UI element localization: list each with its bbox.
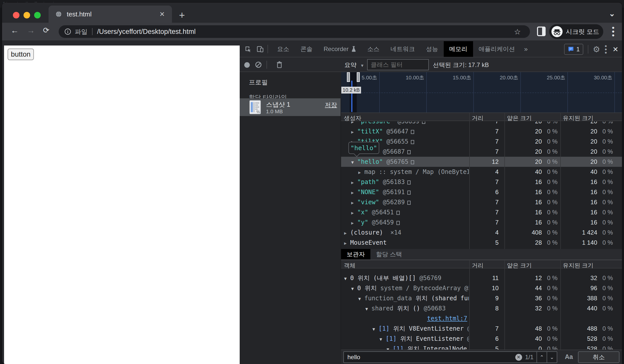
snapshot-list-item[interactable]: % 스냅샷 1 1.0 MB 저장 [240,98,341,116]
tab-close-icon[interactable]: ✕ [159,10,165,18]
reveal-object-icon[interactable] [407,180,411,185]
heap-object-row[interactable]: ▶"pressure" @566397200 %200 % [341,122,622,126]
column-separator[interactable] [469,113,470,249]
heap-object-row[interactable]: ▼"hello" @5676512200 %200 % [341,157,622,167]
heap-object-row[interactable]: ▶MouseEvent5280 %1 1400 % [341,238,622,248]
reveal-object-icon[interactable] [407,191,411,195]
column-separator[interactable] [560,113,561,249]
window-zoom-button[interactable] [34,12,41,18]
expander-arrow-icon[interactable]: ▼ [351,157,357,167]
reveal-object-icon[interactable] [407,201,411,205]
previous-match-button[interactable]: ⌃ [537,352,547,362]
devtools-tab-메모리[interactable]: 메모리 [444,41,473,57]
clear-search-icon[interactable]: ✕ [515,354,522,361]
column-separator[interactable] [560,260,561,350]
timeline-left-handle[interactable] [347,72,350,82]
expander-arrow-icon[interactable]: ▶ [351,188,357,197]
expander-arrow-icon[interactable]: ▼ [358,294,364,303]
heap-object-row[interactable]: ▶map :: system / Map (OneByteInte4400 %4… [341,167,622,177]
heap-object-row[interactable]: @566877200 %200 % [341,147,622,157]
devtools-tab-Recorder[interactable]: Recorder [318,41,362,57]
new-tab-button[interactable]: + [179,10,185,21]
issues-counter[interactable]: 1 [564,44,583,55]
record-button[interactable] [244,62,250,68]
retainers-tab-할당 스택[interactable]: 할당 스택 [370,249,408,259]
devtools-tab-콘솔[interactable]: 콘솔 [295,41,318,57]
column-header[interactable]: 얕은 크기 [507,114,532,122]
devtools-close-icon[interactable]: ✕ [613,45,618,54]
devtools-tab-네트워크[interactable]: 네트워크 [385,41,420,57]
more-tabs-icon[interactable]: » [521,45,531,53]
reveal-object-icon[interactable] [407,150,411,154]
heap-object-row[interactable]: ▶"tiltY" @566557200 %200 % [341,136,622,147]
heap-object-row[interactable]: ▼[1] 위치 V8EventListener @6537480 %4880 % [341,324,622,334]
heap-object-row[interactable]: ▼[1] 위치 InternalNode @6500 %5280 % [341,344,622,350]
expander-arrow-icon[interactable]: ▶ [344,228,350,238]
inspect-element-icon[interactable] [244,45,252,53]
expander-arrow-icon[interactable]: ▼ [365,304,371,313]
heap-object-row[interactable]: ▼[1] 위치 EventListener @6536400 %5280 % [341,334,622,344]
delete-profile-icon[interactable] [276,61,283,69]
browser-tab[interactable]: test.html ✕ [49,6,172,23]
column-header[interactable]: 생성자 [344,114,361,122]
expander-arrow-icon[interactable]: ▶ [351,177,357,187]
url-text[interactable]: /Users/yceffort/Desktop/test.html [97,28,196,36]
reveal-object-icon[interactable] [396,221,400,225]
settings-gear-icon[interactable]: ⚙ [593,44,600,54]
expander-arrow-icon[interactable]: ▶ [351,198,357,207]
expander-arrow-icon[interactable]: ▶ [351,127,357,136]
heap-object-row[interactable]: ▶"view" @562897160 %160 % [341,197,622,207]
devtools-tab-요소[interactable]: 요소 [272,41,295,57]
column-separator[interactable] [504,113,505,249]
class-filter-input[interactable] [367,59,429,70]
window-close-button[interactable] [13,12,19,18]
find-input[interactable] [344,354,515,361]
column-header[interactable]: 거리 [472,114,483,122]
back-button[interactable]: ← [11,26,19,35]
expander-arrow-icon[interactable]: ▶ [351,122,357,126]
heap-object-row[interactable]: ▼shared 위치 () @506838320 %4400 % [341,303,622,313]
column-header[interactable]: 객체 [344,262,355,269]
forward-button[interactable]: → [27,26,35,35]
heap-object-row[interactable]: ▼0 위치 (내부 배열)[] @5676911120 %320 % [341,273,622,283]
reveal-object-icon[interactable] [411,140,414,144]
expander-arrow-icon[interactable]: ▼ [380,334,386,344]
bookmark-star-icon[interactable]: ☆ [514,27,521,36]
device-toolbar-icon[interactable] [256,45,264,53]
heap-object-row[interactable]: ▶"x" @564517160 %160 % [341,207,622,217]
reveal-object-icon[interactable] [396,211,400,215]
heap-object-row[interactable]: ▶"path" @561837160 %160 % [341,177,622,187]
heap-object-row[interactable]: ▶(closure) ×1444080 %1 4240 % [341,228,622,238]
source-location-link[interactable]: test.html:7 [427,315,467,322]
expander-arrow-icon[interactable]: ▶ [358,167,364,177]
info-icon[interactable] [64,28,71,35]
expander-arrow-icon[interactable]: ▼ [344,274,350,283]
column-header[interactable]: 얕은 크기 [507,262,532,269]
tab-search-chevron-icon[interactable]: ⌄ [609,9,615,18]
devtools-menu-icon[interactable]: ••• [605,44,607,54]
heap-object-row[interactable]: ▼0 위치 system / BytecodeArray @5677110440… [341,283,622,293]
column-header[interactable]: 거리 [472,262,483,269]
heap-object-row[interactable]: ▶"tiltX" @566477200 %200 % [341,126,622,136]
reveal-object-icon[interactable] [411,130,414,134]
expander-arrow-icon[interactable]: ▶ [344,238,350,248]
heap-object-row[interactable]: ▶"y" @564597160 %160 % [341,217,622,228]
column-separator[interactable] [504,260,505,350]
expander-arrow-icon[interactable]: ▼ [387,344,393,350]
perspective-select[interactable]: 요약 ▼ [344,61,364,69]
source-link-row[interactable]: test.html:7 [341,313,622,324]
column-header[interactable]: 유지된 크기 [563,262,593,269]
browser-menu-icon[interactable]: ••• [612,26,615,37]
window-minimize-button[interactable] [24,12,30,18]
timeline-right-handle[interactable] [357,72,360,82]
column-header[interactable]: 유지된 크기 [563,114,593,122]
expander-arrow-icon[interactable]: ▶ [351,218,357,228]
clear-profiles-icon[interactable] [255,62,261,68]
next-match-button[interactable]: ⌄ [547,352,557,362]
page-button[interactable]: button [8,49,34,60]
retainers-tab-보관자[interactable]: 보관자 [341,249,370,259]
address-bar[interactable]: 파일 /Users/yceffort/Desktop/test.html ☆ [59,25,530,38]
side-panel-icon[interactable] [537,27,546,36]
reveal-object-icon[interactable] [422,122,425,124]
devtools-tab-소스[interactable]: 소스 [362,41,385,57]
